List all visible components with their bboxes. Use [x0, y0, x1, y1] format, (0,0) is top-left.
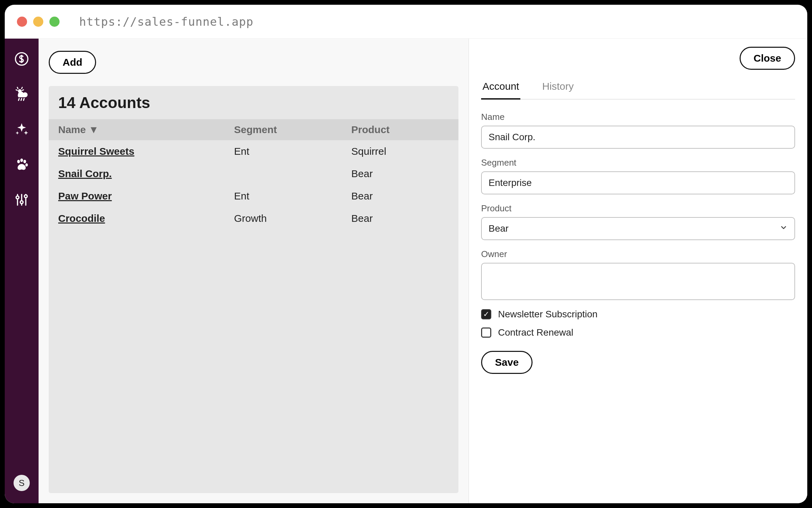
newsletter-label: Newsletter Subscription: [498, 309, 597, 320]
avatar-initial: S: [19, 478, 24, 488]
svg-point-2: [17, 160, 20, 163]
table-row[interactable]: Crocodile Growth Bear: [49, 207, 458, 230]
table-row[interactable]: Paw Power Ent Bear: [49, 185, 458, 207]
account-link[interactable]: Crocodile: [58, 213, 105, 224]
cell-segment: Ent: [234, 190, 352, 202]
sidebar-item-settings[interactable]: [14, 192, 30, 208]
maximize-window-icon[interactable]: [49, 17, 60, 27]
chevron-down-icon: [780, 223, 788, 234]
segment-field[interactable]: [481, 171, 795, 194]
svg-point-9: [20, 201, 23, 204]
table-row[interactable]: Snail Corp. Bear: [49, 163, 458, 185]
sidebar-item-weather[interactable]: [14, 86, 30, 102]
name-field[interactable]: [481, 126, 795, 149]
account-link[interactable]: Squirrel Sweets: [58, 146, 134, 157]
nav-sidebar: S: [5, 39, 39, 503]
label-segment: Segment: [481, 157, 795, 168]
sidebar-item-sales[interactable]: [14, 51, 30, 67]
add-button[interactable]: Add: [49, 51, 96, 74]
cell-product: Bear: [351, 168, 449, 179]
cell-segment: Growth: [234, 213, 352, 224]
tab-account[interactable]: Account: [481, 77, 520, 100]
renewal-label: Contract Renewal: [498, 327, 573, 338]
svg-point-11: [24, 195, 27, 197]
svg-point-4: [23, 160, 26, 163]
cell-segment: Ent: [234, 146, 352, 157]
checkbox-icon[interactable]: ✓: [481, 309, 491, 319]
product-select-value: Bear: [489, 223, 509, 234]
svg-point-7: [16, 196, 19, 199]
label-product: Product: [481, 203, 795, 214]
svg-point-3: [20, 158, 23, 162]
column-header-segment[interactable]: Segment: [234, 124, 352, 135]
accounts-pane: Add 14 Accounts Name ▼ Segment Product S…: [39, 39, 469, 503]
cell-segment: [234, 168, 352, 179]
account-link[interactable]: Snail Corp.: [58, 168, 112, 179]
table-row[interactable]: Squirrel Sweets Ent Squirrel: [49, 140, 458, 163]
minimize-window-icon[interactable]: [33, 17, 43, 27]
window-controls: [17, 17, 60, 27]
detail-tabs: Account History: [481, 77, 795, 100]
renewal-checkbox-row[interactable]: Contract Renewal: [481, 327, 795, 338]
avatar[interactable]: S: [14, 475, 30, 491]
checkbox-icon[interactable]: [481, 327, 491, 338]
account-link[interactable]: Paw Power: [58, 190, 112, 202]
accounts-list-panel: 14 Accounts Name ▼ Segment Product Squir…: [49, 86, 458, 493]
account-detail-panel: Close Account History Name Segment Produ…: [469, 39, 807, 503]
cell-product: Bear: [351, 190, 449, 202]
owner-field[interactable]: [481, 263, 795, 300]
sidebar-item-sparkle[interactable]: [14, 121, 30, 137]
svg-point-5: [25, 163, 28, 166]
close-window-icon[interactable]: [17, 17, 27, 27]
label-owner: Owner: [481, 249, 795, 259]
cell-product: Squirrel: [351, 146, 449, 157]
table-header: Name ▼ Segment Product: [49, 119, 458, 140]
tab-history[interactable]: History: [541, 77, 575, 99]
close-button[interactable]: Close: [740, 47, 795, 70]
browser-titlebar: https://sales-funnel.app: [5, 5, 807, 39]
sidebar-item-paw[interactable]: [14, 156, 30, 173]
address-bar-url: https://sales-funnel.app: [79, 15, 253, 28]
accounts-count-title: 14 Accounts: [49, 86, 458, 119]
save-button[interactable]: Save: [481, 351, 533, 374]
column-header-name[interactable]: Name ▼: [58, 124, 234, 135]
product-select[interactable]: Bear: [481, 217, 795, 240]
cell-product: Bear: [351, 213, 449, 224]
label-name: Name: [481, 112, 795, 122]
column-header-product[interactable]: Product: [351, 124, 449, 135]
newsletter-checkbox-row[interactable]: ✓ Newsletter Subscription: [481, 309, 795, 320]
